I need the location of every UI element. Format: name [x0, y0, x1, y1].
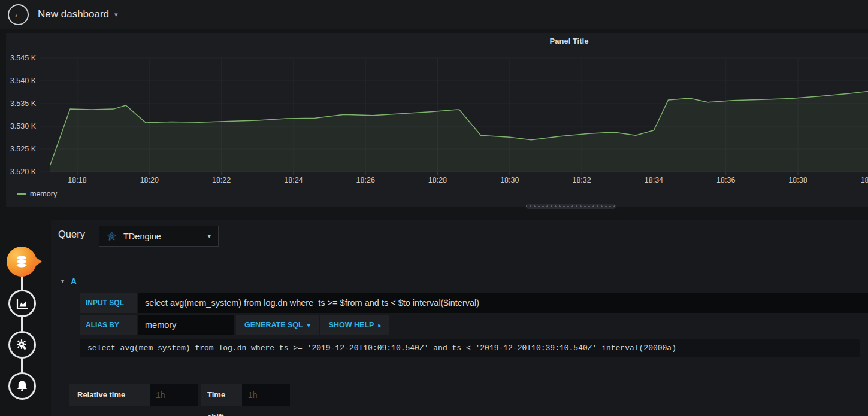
show-help-button-label: SHOW HELP: [329, 321, 374, 329]
generated-sql-preview: select avg(mem_system) from log.dn where…: [80, 339, 860, 357]
time-shift-label: Time shift: [201, 384, 242, 406]
alias-by-field[interactable]: [138, 315, 234, 335]
alias-by-label: ALIAS BY: [80, 315, 137, 335]
collapse-caret-icon: ▾: [61, 278, 64, 284]
svg-text:3.520 K: 3.520 K: [10, 168, 37, 176]
query-ref-id: A: [71, 277, 77, 286]
chevron-down-icon: ▾: [307, 322, 310, 329]
query-editor-panel: Query TDengine ▾ ▾ A INPUT SQL ALIAS BY …: [51, 220, 868, 416]
svg-text:18:20: 18:20: [140, 176, 159, 184]
alias-by-row: ALIAS BY GENERATE SQL ▾ SHOW HELP ▸: [80, 315, 868, 335]
show-help-button[interactable]: SHOW HELP ▸: [320, 315, 390, 335]
legend-item-memory[interactable]: memory: [17, 190, 57, 198]
svg-text:18:36: 18:36: [716, 176, 735, 184]
chevron-right-icon: ▸: [378, 322, 381, 329]
chevron-down-icon[interactable]: ▾: [114, 11, 118, 19]
svg-text:18:34: 18:34: [645, 176, 663, 184]
svg-text:3.540 K: 3.540 K: [10, 77, 37, 85]
tab-connector-line: [21, 262, 23, 387]
tab-general[interactable]: [8, 331, 36, 359]
svg-text:18:26: 18:26: [356, 176, 375, 184]
svg-text:3.530 K: 3.530 K: [10, 122, 37, 130]
time-shift-input[interactable]: [242, 384, 290, 406]
svg-text:18:40: 18:40: [861, 176, 868, 184]
legend-color-dash-icon: [17, 193, 26, 195]
svg-text:18:22: 18:22: [212, 176, 231, 184]
datasource-picker[interactable]: TDengine ▾: [99, 226, 219, 247]
bell-icon: [15, 379, 29, 393]
time-series-chart[interactable]: 3.545 K3.540 K3.535 K3.530 K3.525 K3.520…: [6, 33, 868, 207]
generate-sql-button[interactable]: GENERATE SQL ▾: [236, 315, 319, 335]
svg-text:18:28: 18:28: [428, 176, 447, 184]
legend-label: memory: [30, 190, 57, 198]
svg-text:3.545 K: 3.545 K: [10, 54, 37, 62]
query-row-header[interactable]: ▾ A: [58, 271, 861, 289]
relative-time-input[interactable]: [150, 384, 198, 406]
arrow-left-icon: ←: [13, 8, 24, 21]
svg-text:3.525 K: 3.525 K: [10, 145, 37, 153]
svg-text:18:24: 18:24: [284, 176, 303, 184]
datasource-name: TDengine: [123, 232, 161, 241]
section-divider: [58, 371, 861, 371]
time-options-row: Relative time Time shift: [69, 384, 290, 406]
relative-time-label: Relative time: [69, 384, 150, 406]
tab-queries[interactable]: [7, 247, 37, 277]
input-sql-row: INPUT SQL: [80, 293, 868, 313]
svg-text:18:18: 18:18: [68, 176, 86, 184]
tab-visualization[interactable]: [8, 290, 36, 317]
svg-text:18:32: 18:32: [572, 176, 591, 184]
panel-resize-handle[interactable]: [526, 204, 616, 209]
back-button[interactable]: ←: [8, 4, 29, 25]
generate-sql-button-label: GENERATE SQL: [244, 321, 303, 329]
graph-panel: Panel Title 3.545 K3.540 K3.535 K3.530 K…: [6, 33, 868, 207]
svg-text:18:30: 18:30: [500, 176, 519, 184]
query-section-title: Query: [58, 229, 85, 240]
top-header: ← New dashboard ▾: [0, 0, 868, 29]
input-sql-label: INPUT SQL: [80, 293, 137, 313]
input-sql-field[interactable]: [138, 293, 868, 313]
gear-wrench-icon: [15, 338, 29, 352]
area-chart-icon: [15, 296, 29, 311]
svg-text:18:38: 18:38: [788, 176, 807, 184]
tdengine-logo-icon: [107, 231, 117, 241]
database-icon: [14, 254, 29, 269]
svg-text:3.535 K: 3.535 K: [10, 99, 37, 108]
dashboard-title[interactable]: New dashboard: [38, 8, 109, 20]
chevron-down-icon: ▾: [207, 232, 211, 240]
tab-alert[interactable]: [8, 372, 36, 400]
